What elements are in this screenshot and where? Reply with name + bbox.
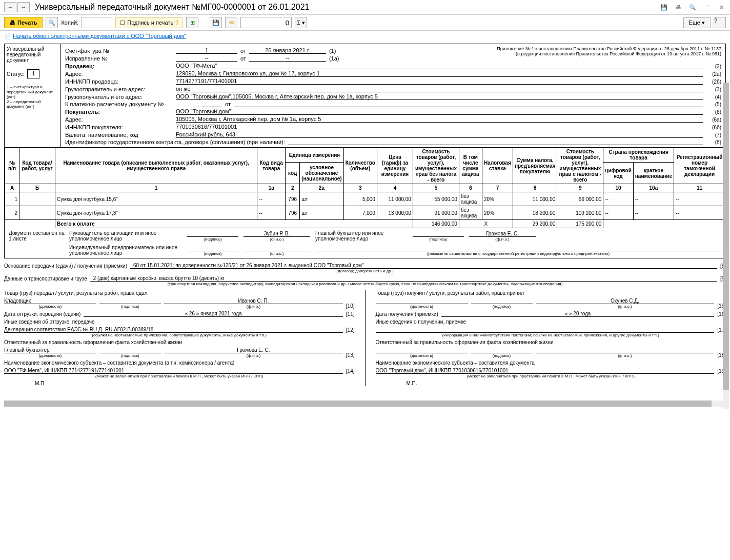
- window-title: Универсальный передаточный документ №МГ0…: [35, 3, 659, 12]
- number-input[interactable]: [240, 17, 292, 28]
- horizontal-scrollbar[interactable]: [4, 401, 726, 407]
- appendix-text: Приложение № 1 к постановлению Правитель…: [497, 46, 721, 62]
- status-value: 1: [27, 69, 39, 78]
- nav-back-button[interactable]: ←: [4, 2, 16, 12]
- help-button[interactable]: ?: [714, 17, 726, 28]
- vertical-scrollbar[interactable]: [723, 83, 729, 409]
- table-row: 2Сумка для ноутбука 17,3"--796шт7,00013 …: [5, 206, 725, 220]
- nav-forward-button[interactable]: →: [17, 2, 30, 12]
- print-label: Печать: [17, 19, 37, 26]
- transfer-column: Товар (груз) передал / услуги, результат…: [4, 290, 355, 386]
- doc-type-sidebar: Универсальный передаточный документ Стат…: [5, 44, 61, 147]
- sum-button[interactable]: Σ ▾: [295, 17, 307, 28]
- toolbar: 🖶 Печать 🔍 Копий: ☐ Подпись и печать ? ⊞…: [0, 15, 730, 31]
- close-icon[interactable]: ✕: [717, 3, 726, 12]
- search-icon[interactable]: 🔍: [688, 3, 697, 12]
- receive-column: Товар (груз) получил / услуги, результат…: [376, 290, 726, 386]
- mail-button[interactable]: ✉: [225, 17, 237, 28]
- document-area: Универсальный передаточный документ Стат…: [0, 42, 730, 398]
- save-icon[interactable]: 💾: [659, 3, 668, 12]
- items-table: № п/п Код товара/ работ, услуг Наименова…: [5, 147, 725, 228]
- more-vert-icon[interactable]: ⋮: [702, 3, 712, 12]
- print-button[interactable]: 🖶 Печать: [4, 17, 43, 28]
- more-button[interactable]: Еще ▾: [683, 17, 711, 28]
- print-icon[interactable]: 🖶: [674, 3, 683, 12]
- sign-toggle[interactable]: ☐ Подпись и печать ?: [115, 17, 183, 28]
- copies-label: Копий:: [61, 19, 78, 26]
- edo-link-bar: 📄 Начать обмен электронными документами …: [0, 31, 730, 42]
- disk-button[interactable]: 💾: [210, 17, 222, 28]
- preview-button[interactable]: 🔍: [46, 17, 58, 28]
- titlebar: ← → Универсальный передаточный документ …: [0, 0, 730, 15]
- edo-link[interactable]: Начать обмен электронными документами с …: [13, 33, 186, 39]
- copies-input[interactable]: [82, 17, 112, 28]
- excel-button[interactable]: ⊞: [186, 17, 198, 28]
- table-row: 1Сумка для ноутбука 15,6"--796шт5,00011 …: [5, 192, 725, 206]
